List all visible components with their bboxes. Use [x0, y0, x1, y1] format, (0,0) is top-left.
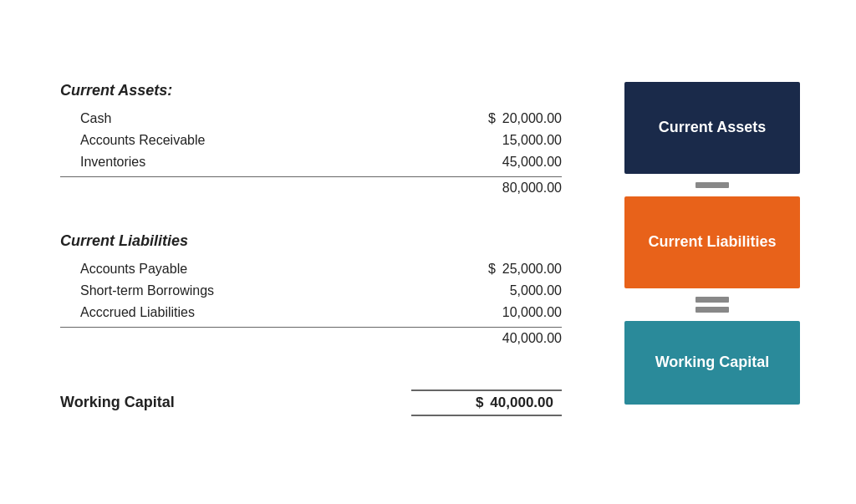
inventories-label: Inventories — [80, 155, 428, 170]
main-container: Current Assets: Cash $20,000.00 Accounts… — [52, 65, 804, 440]
accounts-receivable-amount: 15,000.00 — [428, 133, 562, 148]
short-term-borrowings-amount: 5,000.00 — [428, 283, 562, 298]
accounts-payable-label: Accounts Payable — [80, 262, 428, 277]
accounts-receivable-label: Accounts Receivable — [80, 133, 428, 148]
working-capital-amount: 40,000.00 — [490, 395, 553, 411]
cash-dollar: $ — [488, 111, 496, 125]
current-liabilities-section: Current Liabilities Accounts Payable $25… — [60, 232, 562, 349]
working-capital-dollar: $ — [476, 395, 483, 411]
accounts-payable-amount: $25,000.00 — [428, 262, 562, 277]
working-capital-row: Working Capital $ 40,000.00 — [60, 383, 562, 423]
current-assets-box-label: Current Assets — [659, 119, 766, 136]
current-assets-title: Current Assets: — [60, 82, 562, 99]
current-liabilities-title: Current Liabilities — [60, 232, 562, 250]
cash-label: Cash — [80, 111, 428, 126]
current-assets-subtotal: 80,000.00 — [60, 176, 562, 199]
connector-bar-3 — [696, 307, 729, 313]
cash-amount: $20,000.00 — [428, 111, 562, 126]
current-liabilities-subtotal: 40,000.00 — [60, 327, 562, 349]
short-term-borrowings-row: Short-term Borrowings 5,000.00 — [60, 280, 562, 302]
accounts-payable-row: Accounts Payable $25,000.00 — [60, 258, 562, 280]
connector-top — [696, 174, 729, 196]
working-capital-box-label: Working Capital — [655, 354, 770, 371]
working-capital-box: Working Capital — [624, 321, 800, 405]
left-panel: Current Assets: Cash $20,000.00 Accounts… — [52, 65, 570, 440]
accounts-receivable-row: Accounts Receivable 15,000.00 — [60, 130, 562, 151]
accrued-liabilities-label: Acccrued Liabilities — [80, 305, 428, 320]
working-capital-amount-box: $ 40,000.00 — [411, 389, 562, 416]
accounts-payable-dollar: $ — [488, 262, 496, 276]
inventories-amount: 45,000.00 — [428, 155, 562, 170]
accrued-liabilities-amount: 10,000.00 — [428, 305, 562, 320]
connector-bar-1 — [696, 182, 729, 188]
cash-row: Cash $20,000.00 — [60, 108, 562, 130]
current-liabilities-box-label: Current Liabilities — [648, 233, 776, 251]
current-liabilities-total: 40,000.00 — [428, 331, 562, 346]
right-panel: Current Assets Current Liabilities Worki… — [620, 65, 804, 405]
current-assets-section: Current Assets: Cash $20,000.00 Accounts… — [60, 82, 562, 199]
current-assets-total: 80,000.00 — [428, 181, 562, 196]
current-assets-box: Current Assets — [624, 82, 800, 174]
short-term-borrowings-label: Short-term Borrowings — [80, 283, 428, 298]
working-capital-label: Working Capital — [60, 394, 175, 411]
connector-bar-2 — [696, 297, 729, 303]
current-liabilities-box: Current Liabilities — [624, 196, 800, 288]
connector-bottom — [696, 288, 729, 321]
accrued-liabilities-row: Acccrued Liabilities 10,000.00 — [60, 302, 562, 323]
inventories-row: Inventories 45,000.00 — [60, 151, 562, 173]
